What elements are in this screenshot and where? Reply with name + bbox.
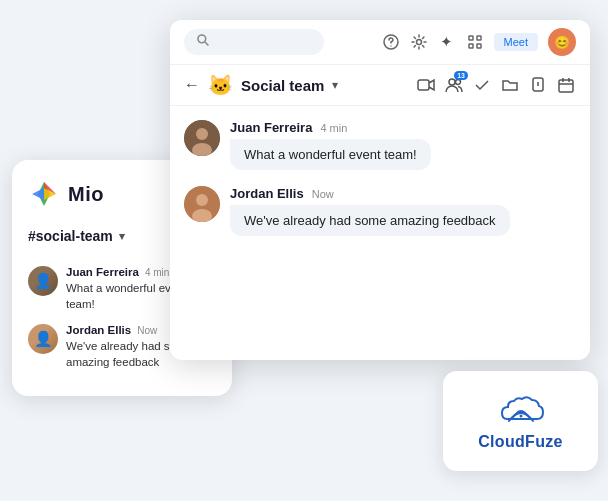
team-emoji-icon: 🐱	[208, 73, 233, 97]
chat-sender-2: Jordan Ellis	[230, 186, 304, 201]
video-call-icon[interactable]	[416, 75, 436, 95]
chat-bubble-1: What a wonderful event team!	[230, 139, 431, 170]
cloudfuze-card: CloudFuze	[443, 371, 598, 471]
cloudfuze-brand-label: CloudFuze	[478, 433, 562, 451]
mio-brand-label: Mio	[68, 183, 104, 206]
chat-header-actions: 13	[416, 75, 576, 95]
back-arrow-icon[interactable]: ←	[184, 76, 200, 94]
mio-channel-chevron-icon[interactable]: ▾	[119, 230, 125, 243]
topbar-icons: ✦ Meet 😊	[382, 28, 576, 56]
mio-time-1: 4 min	[145, 267, 169, 278]
svg-line-6	[205, 42, 209, 46]
chat-window: ✦ Meet 😊 ← 🐱 Social team ▾	[170, 20, 590, 360]
chat-avatar-jordan	[184, 186, 220, 222]
svg-point-8	[390, 45, 391, 46]
chat-message-2: Jordan Ellis Now We've already had some …	[184, 186, 576, 236]
chat-header: ← 🐱 Social team ▾ 13	[170, 65, 590, 106]
svg-marker-2	[32, 188, 44, 200]
svg-rect-19	[559, 80, 573, 92]
mio-diamond-icon	[28, 178, 60, 210]
search-icon	[196, 33, 210, 51]
mio-time-2: Now	[137, 325, 157, 336]
chat-messages: Juan Ferreira 4 min What a wonderful eve…	[170, 106, 590, 360]
search-bar[interactable]	[184, 29, 324, 55]
people-icon[interactable]: 13	[444, 75, 464, 95]
calendar-icon[interactable]	[556, 75, 576, 95]
svg-point-29	[519, 415, 522, 418]
chat-time-1: 4 min	[320, 122, 347, 134]
svg-point-27	[196, 194, 208, 206]
chat-header-left: ← 🐱 Social team ▾	[184, 73, 338, 97]
folder-icon[interactable]	[500, 75, 520, 95]
chat-sender-1: Juan Ferreira	[230, 120, 312, 135]
svg-rect-10	[469, 36, 473, 40]
help-icon[interactable]	[382, 33, 400, 51]
meet-button[interactable]: Meet	[494, 33, 538, 51]
svg-point-9	[416, 40, 421, 45]
mio-avatar-jordan: 👤	[28, 324, 58, 354]
svg-point-24	[196, 128, 208, 140]
grid-icon[interactable]	[466, 33, 484, 51]
topbar-left	[184, 29, 324, 55]
mio-sender-2: Jordan Ellis	[66, 324, 131, 336]
svg-point-15	[449, 79, 455, 85]
user-avatar[interactable]: 😊	[548, 28, 576, 56]
chat-message-1: Juan Ferreira 4 min What a wonderful eve…	[184, 120, 576, 170]
sparkle-icon[interactable]: ✦	[438, 33, 456, 51]
cloudfuze-icon	[497, 391, 545, 427]
chat-topbar: ✦ Meet 😊	[170, 20, 590, 65]
chat-bubble-2: We've already had some amazing feedback	[230, 205, 510, 236]
svg-rect-11	[477, 36, 481, 40]
svg-point-5	[198, 35, 206, 43]
timer-icon[interactable]	[528, 75, 548, 95]
settings-icon[interactable]	[410, 33, 428, 51]
mio-channel-name: #social-team	[28, 228, 113, 244]
svg-rect-12	[469, 44, 473, 48]
team-name-label: Social team	[241, 77, 324, 94]
cloudfuze-logo	[497, 391, 545, 427]
svg-rect-14	[418, 80, 429, 90]
chat-time-2: Now	[312, 188, 334, 200]
chat-avatar-juan	[184, 120, 220, 156]
people-badge: 13	[454, 71, 468, 80]
mio-sender-1: Juan Ferreira	[66, 266, 139, 278]
checkmark-icon[interactable]	[472, 75, 492, 95]
svg-point-16	[456, 80, 461, 85]
team-chevron-icon[interactable]: ▾	[332, 78, 338, 92]
svg-rect-13	[477, 44, 481, 48]
mio-avatar-juan: 👤	[28, 266, 58, 296]
